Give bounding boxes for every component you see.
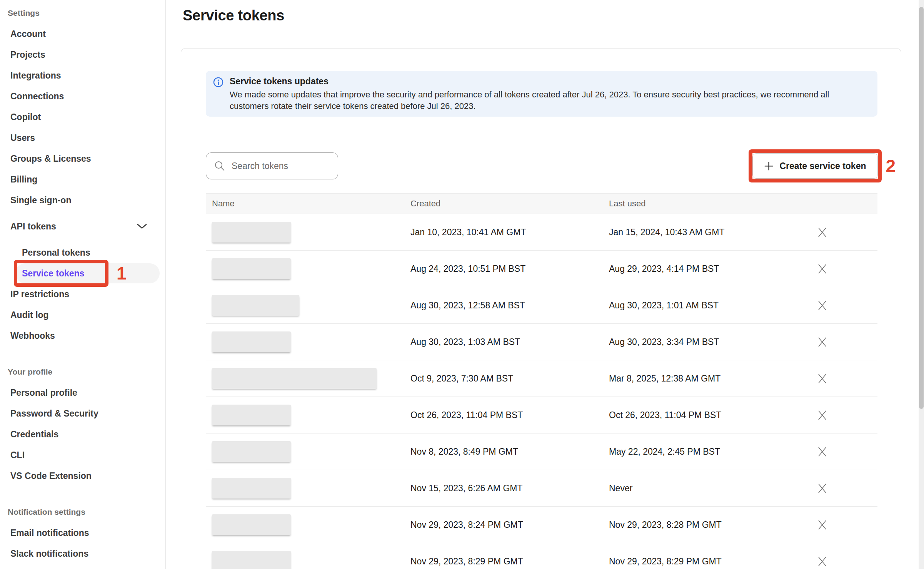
service-tokens-card: Service tokens updates We made some upda… xyxy=(181,48,901,569)
created-cell: Aug 30, 2023, 1:03 AM BST xyxy=(410,337,609,347)
chevron-down-icon xyxy=(137,224,147,229)
last-used-cell: Nov 29, 2023, 8:29 PM GMT xyxy=(609,556,817,567)
search-box[interactable] xyxy=(206,152,338,179)
toolbar: Create service token 2 xyxy=(206,149,877,182)
annotation-box-1 xyxy=(14,260,108,287)
delete-token-button[interactable] xyxy=(817,410,827,420)
delete-token-button[interactable] xyxy=(817,373,827,384)
sidebar-item-audit-log[interactable]: Audit log xyxy=(0,305,165,325)
sidebar-item-email-notifications[interactable]: Email notifications xyxy=(0,522,165,543)
token-name-redacted xyxy=(212,551,291,569)
last-used-cell: Aug 30, 2023, 1:01 AM BST xyxy=(609,300,817,311)
scrollbar-thumb[interactable] xyxy=(919,7,924,409)
main-content: Service tokens Service tokens updates We… xyxy=(166,0,924,569)
sidebar-item-projects[interactable]: Projects xyxy=(0,44,165,65)
token-name-redacted xyxy=(212,478,291,499)
sidebar-item-api-tokens[interactable]: API tokens xyxy=(0,216,165,237)
delete-token-button[interactable] xyxy=(817,556,827,567)
token-name-redacted xyxy=(212,368,377,389)
created-cell: Oct 26, 2023, 11:04 PM BST xyxy=(410,410,609,420)
delete-token-button[interactable] xyxy=(817,263,827,274)
page-header: Service tokens xyxy=(166,0,918,31)
delete-token-button[interactable] xyxy=(817,227,827,238)
page-title: Service tokens xyxy=(166,0,918,31)
close-icon xyxy=(817,264,827,274)
service-tokens-table: Name Created Last used Jan 10, 2023, 10:… xyxy=(206,193,877,569)
create-service-token-label: Create service token xyxy=(779,161,866,171)
created-cell: Oct 9, 2023, 7:30 AM BST xyxy=(410,373,609,384)
annotation-box-2: Create service token 2 xyxy=(749,149,882,182)
table-row: Nov 8, 2023, 8:49 PM GMT May 22, 2024, 2… xyxy=(206,433,877,470)
sidebar-section-settings: Settings xyxy=(0,3,165,23)
close-icon xyxy=(817,410,827,420)
sidebar-item-cli[interactable]: CLI xyxy=(0,445,165,465)
table-row: Jan 10, 2023, 10:41 AM GMT Jan 15, 2024,… xyxy=(206,214,877,251)
table-header: Name Created Last used xyxy=(206,193,877,214)
table-row: Aug 30, 2023, 1:03 AM BST Aug 30, 2023, … xyxy=(206,324,877,360)
sidebar-item-integrations[interactable]: Integrations xyxy=(0,65,165,86)
column-header-created: Created xyxy=(410,199,609,209)
table-row: Nov 15, 2023, 6:26 AM GMT Never xyxy=(206,470,877,507)
created-cell: Nov 8, 2023, 8:49 PM GMT xyxy=(410,447,609,457)
annotation-label-1: 1 xyxy=(117,263,127,284)
settings-app: Settings Account Projects Integrations C… xyxy=(0,0,924,569)
info-alert: Service tokens updates We made some upda… xyxy=(206,71,877,117)
sidebar-item-slack-notifications[interactable]: Slack notifications xyxy=(0,543,165,564)
table-row: Oct 26, 2023, 11:04 PM BST Oct 26, 2023,… xyxy=(206,397,877,433)
sidebar-item-personal-profile[interactable]: Personal profile xyxy=(0,382,165,403)
close-icon xyxy=(817,556,827,567)
created-cell: Nov 15, 2023, 6:26 AM GMT xyxy=(410,483,609,494)
sidebar-item-vs-code-extension[interactable]: VS Code Extension xyxy=(0,465,165,486)
column-header-name: Name xyxy=(206,199,410,209)
sidebar-item-groups-licenses[interactable]: Groups & Licenses xyxy=(0,148,165,169)
sidebar-item-single-sign-on[interactable]: Single sign-on xyxy=(0,190,165,211)
created-cell: Jan 10, 2023, 10:41 AM GMT xyxy=(410,227,609,238)
table-row: Nov 29, 2023, 8:24 PM GMT Nov 29, 2023, … xyxy=(206,507,877,543)
token-name-redacted xyxy=(212,258,291,279)
sidebar-item-credentials[interactable]: Credentials xyxy=(0,424,165,445)
sidebar-item-account[interactable]: Account xyxy=(0,23,165,44)
last-used-cell: May 22, 2024, 2:45 PM BST xyxy=(609,447,817,457)
sidebar-item-service-tokens[interactable]: Service tokens 1 xyxy=(0,263,165,284)
search-icon xyxy=(214,160,225,172)
delete-token-button[interactable] xyxy=(817,446,827,457)
delete-token-button[interactable] xyxy=(817,300,827,311)
table-row: Aug 30, 2023, 12:58 AM BST Aug 30, 2023,… xyxy=(206,287,877,324)
created-cell: Nov 29, 2023, 8:24 PM GMT xyxy=(410,520,609,530)
close-icon xyxy=(817,373,827,384)
token-name-redacted xyxy=(212,331,291,352)
info-icon xyxy=(213,77,223,112)
sidebar-item-webhooks[interactable]: Webhooks xyxy=(0,325,165,346)
sidebar-item-password-security[interactable]: Password & Security xyxy=(0,403,165,424)
delete-token-button[interactable] xyxy=(817,483,827,494)
search-input[interactable] xyxy=(231,161,325,172)
delete-token-button[interactable] xyxy=(817,519,827,530)
sidebar-section-notification-settings: Notification settings xyxy=(0,502,165,522)
create-service-token-button[interactable]: Create service token xyxy=(752,153,878,179)
alert-text-line2: customers rotate their service tokens cr… xyxy=(230,100,829,112)
last-used-cell: Oct 26, 2023, 11:04 PM BST xyxy=(609,410,817,420)
settings-sidebar: Settings Account Projects Integrations C… xyxy=(0,0,166,569)
table-row: Nov 29, 2023, 8:29 PM GMT Nov 29, 2023, … xyxy=(206,543,877,569)
plus-icon xyxy=(764,161,774,171)
sidebar-item-billing[interactable]: Billing xyxy=(0,169,165,190)
close-icon xyxy=(817,227,827,238)
alert-body: Service tokens updates We made some upda… xyxy=(230,75,829,112)
last-used-cell: Aug 29, 2023, 4:14 PM BST xyxy=(609,264,817,274)
alert-title: Service tokens updates xyxy=(230,75,829,87)
token-name-redacted xyxy=(212,441,291,462)
column-header-last-used: Last used xyxy=(609,199,817,209)
delete-token-button[interactable] xyxy=(817,336,827,347)
last-used-cell: Nov 29, 2023, 8:28 PM GMT xyxy=(609,520,817,530)
annotation-label-2: 2 xyxy=(886,156,896,176)
created-cell: Aug 24, 2023, 10:51 PM BST xyxy=(410,264,609,274)
table-row: Aug 24, 2023, 10:51 PM BST Aug 29, 2023,… xyxy=(206,251,877,287)
sidebar-section-your-profile: Your profile xyxy=(0,361,165,382)
sidebar-item-copilot[interactable]: Copilot xyxy=(0,107,165,127)
sidebar-item-users[interactable]: Users xyxy=(0,127,165,148)
token-name-redacted xyxy=(212,514,291,535)
last-used-cell: Aug 30, 2023, 3:34 PM BST xyxy=(609,337,817,347)
last-used-cell: Never xyxy=(609,483,817,494)
sidebar-item-ip-restrictions[interactable]: IP restrictions xyxy=(0,284,165,305)
sidebar-item-connections[interactable]: Connections xyxy=(0,86,165,107)
